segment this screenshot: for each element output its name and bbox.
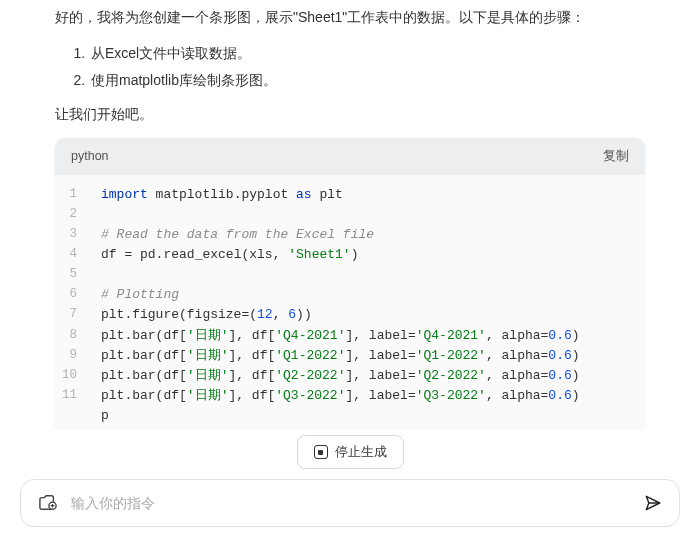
- code-content: import matplotlib.pyplot as plt: [91, 185, 645, 205]
- code-line: 2: [55, 205, 645, 225]
- line-number: 1: [55, 185, 91, 205]
- stop-generating-button[interactable]: 停止生成: [297, 435, 404, 469]
- chat-input[interactable]: [71, 495, 631, 511]
- code-content: plt.bar(df['日期'], df['Q1-2022'], label='…: [91, 346, 645, 366]
- start-text: 让我们开始吧。: [55, 106, 645, 124]
- attach-icon[interactable]: [37, 494, 59, 512]
- line-number: 10: [55, 366, 91, 386]
- list-item: 从Excel文件中读取数据。: [89, 40, 645, 67]
- code-line: 6# Plotting: [55, 285, 645, 305]
- code-content: # Read the data from the Excel file: [91, 225, 645, 245]
- line-number: 7: [55, 305, 91, 325]
- line-number: 11: [55, 386, 91, 406]
- list-item: 使用matplotlib库绘制条形图。: [89, 67, 645, 94]
- send-icon[interactable]: [643, 493, 663, 513]
- line-number: [55, 406, 91, 426]
- code-block: python 复制 1import matplotlib.pyplot as p…: [55, 138, 645, 437]
- code-line: 9plt.bar(df['日期'], df['Q1-2022'], label=…: [55, 346, 645, 366]
- code-content: plt.bar(df['日期'], df['Q3-2022'], label='…: [91, 386, 645, 406]
- code-content: df = pd.read_excel(xls, 'Sheet1'): [91, 245, 645, 265]
- code-line: 8plt.bar(df['日期'], df['Q4-2021'], label=…: [55, 326, 645, 346]
- code-content: # Plotting: [91, 285, 645, 305]
- code-header: python 复制: [55, 138, 645, 175]
- chat-input-bar: [20, 479, 680, 527]
- line-number: 2: [55, 205, 91, 225]
- code-line: 5: [55, 265, 645, 285]
- assistant-message: 好的，我将为您创建一个条形图，展示"Sheet1"工作表中的数据。以下是具体的步…: [0, 6, 700, 436]
- code-content: plt.figure(figsize=(12, 6)): [91, 305, 645, 325]
- stop-button-label: 停止生成: [335, 443, 387, 461]
- code-language-label: python: [71, 149, 109, 163]
- code-line: 1import matplotlib.pyplot as plt: [55, 185, 645, 205]
- stop-icon: [314, 445, 328, 459]
- intro-text: 好的，我将为您创建一个条形图，展示"Sheet1"工作表中的数据。以下是具体的步…: [55, 6, 645, 28]
- line-number: 8: [55, 326, 91, 346]
- code-content: [91, 265, 645, 285]
- code-line: 4df = pd.read_excel(xls, 'Sheet1'): [55, 245, 645, 265]
- line-number: 9: [55, 346, 91, 366]
- code-line: 3# Read the data from the Excel file: [55, 225, 645, 245]
- copy-button[interactable]: 复制: [603, 148, 629, 165]
- code-line: 10plt.bar(df['日期'], df['Q2-2022'], label…: [55, 366, 645, 386]
- code-line: p: [55, 406, 645, 426]
- step-list: 从Excel文件中读取数据。 使用matplotlib库绘制条形图。: [55, 40, 645, 93]
- code-line: 7plt.figure(figsize=(12, 6)): [55, 305, 645, 325]
- line-number: 5: [55, 265, 91, 285]
- code-content: p: [91, 406, 645, 426]
- line-number: 4: [55, 245, 91, 265]
- line-number: 3: [55, 225, 91, 245]
- code-content: [91, 205, 645, 225]
- code-line: 11plt.bar(df['日期'], df['Q3-2022'], label…: [55, 386, 645, 406]
- code-content: plt.bar(df['日期'], df['Q4-2021'], label='…: [91, 326, 645, 346]
- line-number: 6: [55, 285, 91, 305]
- code-body: 1import matplotlib.pyplot as plt2 3# Rea…: [55, 175, 645, 437]
- bottom-bar: 停止生成: [0, 429, 700, 543]
- code-content: plt.bar(df['日期'], df['Q2-2022'], label='…: [91, 366, 645, 386]
